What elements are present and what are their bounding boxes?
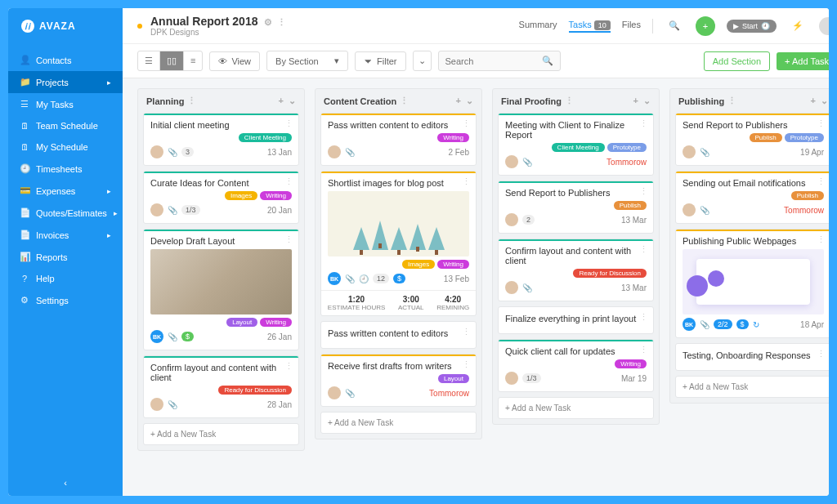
sidebar-item-invoices[interactable]: 📄Invoices▸ — [8, 224, 123, 246]
tab-summary[interactable]: Summary — [519, 20, 557, 33]
card-more-icon[interactable]: ⋮ — [639, 345, 648, 355]
add-task-inline[interactable]: + Add a New Task — [675, 376, 829, 398]
sidebar-item-quotes-estimates[interactable]: 📄Quotes/Estimates▸ — [8, 202, 123, 224]
sidebar-item-my-schedule[interactable]: 🗓My Schedule — [8, 136, 123, 158]
task-card[interactable]: ⋮Pass written content to editorsWriting📎… — [320, 113, 477, 166]
sidebar-item-team-schedule[interactable]: 🗓Team Schedule — [8, 115, 123, 136]
column-collapse-icon[interactable]: ⌄ — [466, 96, 473, 106]
task-card[interactable]: ⋮Curate Ideas for ContentImagesWriting📎1… — [143, 171, 299, 224]
card-date: 13 Feb — [444, 274, 469, 283]
search-field[interactable] — [445, 56, 542, 66]
tab-tasks[interactable]: Tasks10 — [569, 20, 611, 33]
filter-button[interactable]: ⏷ Filter — [355, 51, 405, 71]
nav-label: Projects — [36, 78, 69, 87]
sidebar-item-my-tasks[interactable]: ☰My Tasks — [8, 93, 123, 115]
tag-pill: Client Meeting — [552, 143, 605, 152]
sidebar-item-contacts[interactable]: 👤Contacts — [8, 49, 123, 71]
more-icon[interactable]: ⋮ — [277, 17, 286, 27]
assignee-avatar — [328, 386, 341, 399]
nav-label: Reports — [36, 252, 68, 262]
card-date: 28 Jan — [267, 400, 292, 409]
card-more-icon[interactable]: ⋮ — [817, 349, 826, 359]
card-more-icon[interactable]: ⋮ — [817, 234, 826, 245]
card-date: 20 Jan — [267, 206, 292, 215]
card-more-icon[interactable]: ⋮ — [817, 176, 826, 187]
card-more-icon[interactable]: ⋮ — [639, 186, 648, 197]
task-card[interactable]: ⋮Send Report to PublishersPublishPrototy… — [675, 113, 829, 166]
column-add-icon[interactable]: + — [811, 96, 816, 106]
task-card[interactable]: ⋮Meeting with Client to Finalize ReportC… — [498, 113, 654, 176]
tab-files[interactable]: Files — [622, 20, 641, 33]
sidebar-item-settings[interactable]: ⚙Settings — [8, 289, 123, 311]
column-collapse-icon[interactable]: ⌄ — [643, 96, 651, 106]
column-add-icon[interactable]: + — [279, 96, 284, 106]
task-card[interactable]: ⋮Finalize everything in print layout — [498, 306, 654, 334]
board-view-button[interactable]: ▯▯ — [159, 51, 183, 70]
group-by-select[interactable]: By Section ▾ — [266, 51, 348, 71]
card-more-icon[interactable]: ⋮ — [817, 118, 826, 129]
assignee-avatar — [505, 281, 518, 294]
add-section-button[interactable]: Add Section — [704, 51, 770, 71]
tag-pill: Publish — [614, 201, 647, 210]
task-card[interactable]: ⋮Receive first drafts from writersLayout… — [320, 354, 477, 407]
column-collapse-icon[interactable]: ⌄ — [821, 96, 828, 106]
add-icon[interactable]: + — [696, 16, 715, 36]
task-card[interactable]: ⋮Publishing Public WebpagesBK📎2/2$↻18 Ap… — [675, 229, 829, 338]
task-card[interactable]: ⋮Send Report to PublishersPublish213 Mar — [498, 181, 654, 234]
card-title: Initial client meeting — [150, 120, 292, 130]
sidebar-collapse[interactable]: ‹ — [8, 470, 123, 496]
sidebar-item-projects[interactable]: 📁Projects▸ — [8, 71, 123, 93]
card-more-icon[interactable]: ⋮ — [284, 234, 293, 245]
brand-logo[interactable]: ⅰⅰ AVAZA — [8, 8, 123, 44]
column-collapse-icon[interactable]: ⌄ — [289, 96, 296, 106]
card-date: 18 Apr — [800, 320, 824, 329]
task-card[interactable]: ⋮Confirm layout and content with clientR… — [498, 239, 654, 301]
user-avatar[interactable] — [819, 17, 829, 35]
collapse-all-button[interactable]: ⌄ — [413, 51, 432, 71]
column-add-icon[interactable]: + — [456, 96, 461, 106]
card-more-icon[interactable]: ⋮ — [462, 118, 471, 129]
task-card[interactable]: ⋮Confirm layout and content with clientR… — [143, 355, 299, 418]
search-icon[interactable]: 🔍 — [665, 16, 684, 36]
sidebar-item-help[interactable]: ?Help — [8, 268, 123, 289]
task-card[interactable]: ⋮Shortlist images for blog postImagesWri… — [320, 171, 477, 316]
sidebar-item-expenses[interactable]: 💳Expenses▸ — [8, 180, 123, 202]
search-input[interactable]: 🔍 — [438, 51, 561, 71]
column-menu-icon[interactable]: ⋮ — [400, 96, 409, 106]
add-task-inline[interactable]: + Add a New Task — [498, 397, 654, 419]
card-more-icon[interactable]: ⋮ — [462, 359, 471, 370]
column-menu-icon[interactable]: ⋮ — [565, 96, 574, 106]
sidebar-item-timesheets[interactable]: 🕘Timesheets — [8, 158, 123, 180]
column-menu-icon[interactable]: ⋮ — [187, 96, 196, 106]
task-card[interactable]: ⋮Pass written content to editors — [320, 321, 477, 349]
column-menu-icon[interactable]: ⋮ — [727, 96, 736, 106]
card-more-icon[interactable]: ⋮ — [639, 312, 648, 323]
nav-icon: ? — [20, 274, 29, 283]
card-more-icon[interactable]: ⋮ — [639, 244, 648, 255]
sidebar-item-reports[interactable]: 📊Reports — [8, 246, 123, 268]
task-card[interactable]: ⋮Develop Draft LayoutLayoutWritingBK📎$26… — [143, 229, 299, 350]
card-more-icon[interactable]: ⋮ — [284, 176, 293, 187]
bolt-icon[interactable]: ⚡ — [788, 16, 808, 36]
compact-view-button[interactable]: ≡ — [183, 51, 202, 70]
add-task-inline[interactable]: + Add a New Task — [143, 423, 299, 445]
card-more-icon[interactable]: ⋮ — [284, 361, 293, 372]
list-view-button[interactable]: ☰ — [138, 51, 159, 70]
card-more-icon[interactable]: ⋮ — [639, 118, 648, 129]
task-card[interactable]: ⋮Quick client call for updatesWriting1/3… — [498, 339, 654, 392]
add-task-button[interactable]: + Add Task — [777, 52, 829, 70]
card-more-icon[interactable]: ⋮ — [462, 176, 471, 187]
attachment-icon: 📎 — [700, 148, 709, 157]
add-task-inline[interactable]: + Add a New Task — [320, 412, 477, 434]
start-timer-button[interactable]: ▶ Start 🕘 — [727, 20, 777, 33]
card-date: 13 Mar — [621, 283, 647, 292]
column-add-icon[interactable]: + — [633, 96, 638, 106]
task-card[interactable]: ⋮Testing, Onboarding Responses — [675, 343, 829, 371]
gear-icon[interactable]: ⚙ — [264, 17, 272, 27]
card-more-icon[interactable]: ⋮ — [284, 118, 293, 129]
nav-label: Timesheets — [36, 164, 82, 174]
task-card[interactable]: ⋮Sending out Email notificationsPublish📎… — [675, 171, 829, 224]
task-card[interactable]: ⋮Initial client meetingClient Meeting📎31… — [143, 113, 299, 166]
card-more-icon[interactable]: ⋮ — [462, 327, 471, 337]
view-button[interactable]: 👁 View — [209, 51, 260, 71]
